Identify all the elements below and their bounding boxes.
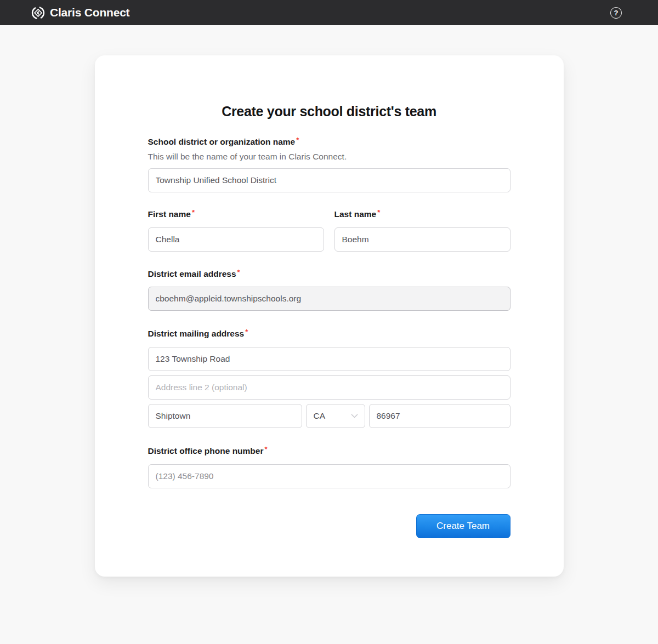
org-name-helper: This will be the name of your team in Cl… — [148, 151, 510, 162]
email-label: District email address* — [148, 269, 510, 279]
state-select[interactable]: CA — [306, 404, 365, 428]
name-row: First name* Last name* — [148, 209, 510, 252]
address-line1-input[interactable] — [148, 347, 510, 371]
first-name-label: First name* — [148, 209, 324, 219]
email-input — [148, 287, 510, 311]
create-team-button[interactable]: Create Team — [416, 514, 510, 538]
required-asterisk: * — [377, 208, 380, 216]
required-asterisk: * — [245, 328, 248, 336]
phone-section: District office phone number* — [148, 446, 510, 488]
address-line2-input[interactable] — [148, 375, 510, 400]
chevron-down-icon — [351, 414, 358, 418]
city-state-zip-row: CA — [148, 404, 510, 428]
required-asterisk: * — [265, 445, 268, 453]
email-section: District email address* — [148, 269, 510, 311]
zip-input[interactable] — [369, 404, 510, 428]
last-name-input[interactable] — [334, 227, 510, 252]
page-title: Create your school district's team — [148, 104, 510, 119]
mailing-address-section: District mailing address* CA — [148, 328, 510, 428]
last-name-group: Last name* — [334, 209, 510, 252]
state-selected-value: CA — [314, 411, 326, 421]
required-asterisk: * — [192, 208, 195, 216]
org-name-input[interactable] — [148, 168, 510, 192]
brand: Claris Connect — [31, 6, 129, 20]
phone-label: District office phone number* — [148, 446, 510, 456]
first-name-group: First name* — [148, 209, 324, 252]
phone-input[interactable] — [148, 464, 510, 488]
help-icon[interactable]: ? — [610, 7, 622, 19]
claris-logo-icon — [31, 6, 45, 20]
first-name-input[interactable] — [148, 227, 324, 252]
org-name-section: School district or organization name* Th… — [148, 136, 510, 192]
org-name-label: School district or organization name* — [148, 136, 510, 147]
city-input[interactable] — [148, 404, 302, 428]
last-name-label: Last name* — [334, 209, 510, 219]
create-team-card: Create your school district's team Schoo… — [95, 55, 564, 577]
mailing-address-label: District mailing address* — [148, 328, 510, 339]
required-asterisk: * — [296, 136, 299, 144]
help-glyph: ? — [614, 9, 619, 16]
required-asterisk: * — [237, 268, 240, 276]
top-bar: Claris Connect ? — [0, 0, 658, 25]
submit-row: Create Team — [148, 514, 510, 538]
brand-name: Claris Connect — [50, 6, 129, 19]
